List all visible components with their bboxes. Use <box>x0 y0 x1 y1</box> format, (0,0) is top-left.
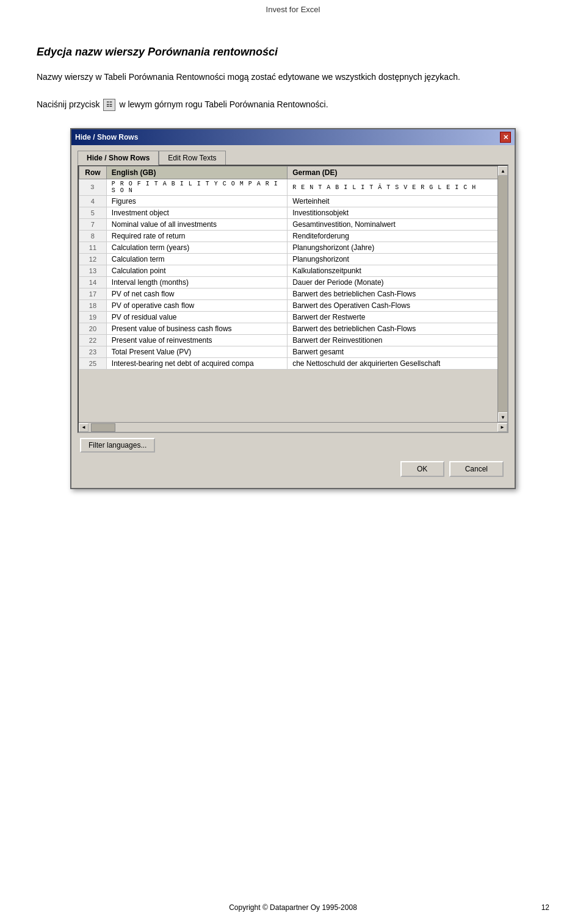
page-footer: Copyright © Datapartner Oy 1995-2008 <box>0 903 586 912</box>
row-number-cell: 8 <box>79 231 107 242</box>
table-body: 3P R O F I T A B I L I T Y C O M P A R I… <box>79 179 507 370</box>
scroll-right-button[interactable]: ► <box>497 423 507 432</box>
vertical-scrollbar[interactable]: ▲ ▼ <box>497 166 507 422</box>
rows-table: Row English (GB) German (DE) <box>79 166 507 370</box>
german-cell: Planungshorizont <box>288 254 507 265</box>
instruction-suffix: w lewym górnym rogu Tabeli Porównania Re… <box>119 98 328 111</box>
dialog-body: Hide / Show Rows Edit Row Texts Row <box>71 145 515 488</box>
english-cell: Figures <box>106 196 287 207</box>
row-number-cell: 3 <box>79 179 107 196</box>
english-cell: Required rate of return <box>106 231 287 242</box>
table-row[interactable]: 8Required rate of returnRenditeforderung <box>79 231 507 242</box>
table-row[interactable]: 18PV of operative cash flowBarwert des O… <box>79 300 507 312</box>
english-cell: Present value of business cash flows <box>106 323 287 335</box>
dialog-footer: OK Cancel <box>78 457 508 482</box>
table-row[interactable]: 5Investment objectInvestitionsobjekt <box>79 207 507 219</box>
table-row[interactable]: 12Calculation termPlanungshorizont <box>79 254 507 265</box>
row-number-cell: 25 <box>79 358 107 370</box>
english-cell: PV of net cash flow <box>106 288 287 300</box>
table-row[interactable]: 22Present value of reinvestmentsBarwert … <box>79 335 507 346</box>
table-row[interactable]: 20Present value of business cash flowsBa… <box>79 323 507 335</box>
row-number-cell: 18 <box>79 300 107 312</box>
ok-button[interactable]: OK <box>400 461 444 477</box>
scroll-track <box>498 176 507 412</box>
dialog-title: Hide / Show Rows <box>75 133 138 141</box>
english-cell: PV of operative cash flow <box>106 300 287 312</box>
table-row[interactable]: 25Interest-bearing net debt of acquired … <box>79 358 507 370</box>
table-scroll-wrapper: Row English (GB) German (DE) <box>79 166 507 422</box>
page-title: Invest for Excel <box>0 0 586 21</box>
german-cell: Barwert der Restwerte <box>288 312 507 323</box>
german-cell: Barwert des Operativen Cash-Flows <box>288 300 507 312</box>
english-cell: P R O F I T A B I L I T Y C O M P A R I … <box>106 179 287 196</box>
filter-area: Filter languages... <box>78 433 508 457</box>
col-row: Row <box>79 167 107 179</box>
table-row[interactable]: 14Interval length (months)Dauer der Peri… <box>79 277 507 288</box>
table-row[interactable]: 23Total Present Value (PV)Barwert gesamt <box>79 346 507 358</box>
col-german: German (DE) <box>288 167 507 179</box>
dialog-tabs: Hide / Show Rows Edit Row Texts <box>78 150 508 165</box>
col-english: English (GB) <box>106 167 287 179</box>
row-number-cell: 17 <box>79 288 107 300</box>
hide-show-rows-dialog: Hide / Show Rows ✕ Hide / Show Rows Edit… <box>70 128 516 489</box>
english-cell: Calculation term <box>106 254 287 265</box>
row-number-cell: 19 <box>79 312 107 323</box>
row-number-cell: 14 <box>79 277 107 288</box>
english-cell: Total Present Value (PV) <box>106 346 287 358</box>
german-cell: Barwert des betrieblichen Cash-Flows <box>288 323 507 335</box>
german-cell: Barwert gesamt <box>288 346 507 358</box>
german-cell: Gesamtinvestition, Nominalwert <box>288 219 507 231</box>
row-number-cell: 4 <box>79 196 107 207</box>
german-cell: Werteinheit <box>288 196 507 207</box>
english-cell: Calculation term (years) <box>106 242 287 254</box>
page-number: 12 <box>541 903 549 912</box>
inline-button-icon: ☷ <box>103 99 115 111</box>
table-header-row: Row English (GB) German (DE) <box>79 167 507 179</box>
scroll-thumb[interactable] <box>91 423 115 432</box>
cancel-button[interactable]: Cancel <box>449 461 504 477</box>
table-row[interactable]: 4FiguresWerteinheit <box>79 196 507 207</box>
table-row[interactable]: 3P R O F I T A B I L I T Y C O M P A R I… <box>79 179 507 196</box>
row-number-cell: 22 <box>79 335 107 346</box>
german-cell: Dauer der Periode (Monate) <box>288 277 507 288</box>
english-cell: Interval length (months) <box>106 277 287 288</box>
scroll-up-button[interactable]: ▲ <box>498 166 507 176</box>
row-number-cell: 5 <box>79 207 107 219</box>
german-cell: Kalkulationszeitpunkt <box>288 265 507 277</box>
copyright-text: Copyright © Datapartner Oy 1995-2008 <box>0 903 586 912</box>
german-cell: Barwert des betrieblichen Cash-Flows <box>288 288 507 300</box>
scroll-left-button[interactable]: ◄ <box>79 423 89 432</box>
filter-languages-button[interactable]: Filter languages... <box>80 438 155 453</box>
table-row[interactable]: 19PV of residual valueBarwert der Restwe… <box>79 312 507 323</box>
row-number-cell: 20 <box>79 323 107 335</box>
row-number-cell: 12 <box>79 254 107 265</box>
english-cell: Interest-bearing net debt of acquired co… <box>106 358 287 370</box>
german-cell: R E N T A B I L I T Ä T S V E R G L E I … <box>288 179 507 196</box>
tab-edit-row-texts[interactable]: Edit Row Texts <box>159 151 225 165</box>
english-cell: Calculation point <box>106 265 287 277</box>
row-number-cell: 7 <box>79 219 107 231</box>
german-cell: che Nettoschuld der akquirierten Gesells… <box>288 358 507 370</box>
horizontal-scrollbar[interactable]: ◄ ► <box>79 422 507 432</box>
english-cell: Investment object <box>106 207 287 219</box>
row-number-cell: 13 <box>79 265 107 277</box>
german-cell: Investitionsobjekt <box>288 207 507 219</box>
instruction-prefix: Naciśnij przycisk <box>37 98 99 111</box>
dialog-close-button[interactable]: ✕ <box>500 132 511 143</box>
instruction-container: Naciśnij przycisk ☷ w lewym górnym rogu … <box>37 98 549 111</box>
table-row[interactable]: 17PV of net cash flowBarwert des betrieb… <box>79 288 507 300</box>
row-number-cell: 23 <box>79 346 107 358</box>
german-cell: Planungshorizont (Jahre) <box>288 242 507 254</box>
table-row[interactable]: 13Calculation pointKalkulationszeitpunkt <box>79 265 507 277</box>
german-cell: Renditeforderung <box>288 231 507 242</box>
intro-text: Nazwy wierszy w Tabeli Porównania Rentow… <box>37 71 549 84</box>
scroll-down-button[interactable]: ▼ <box>498 412 507 422</box>
table-row[interactable]: 11Calculation term (years)Planungshorizo… <box>79 242 507 254</box>
section-heading: Edycja nazw wierszy Porównania rentownoś… <box>37 46 549 59</box>
german-cell: Barwert der Reinvestitionen <box>288 335 507 346</box>
dialog-titlebar: Hide / Show Rows ✕ <box>71 129 515 145</box>
english-cell: Nominal value of all investments <box>106 219 287 231</box>
table-row[interactable]: 7Nominal value of all investmentsGesamti… <box>79 219 507 231</box>
tab-hide-show-rows[interactable]: Hide / Show Rows <box>78 151 159 165</box>
english-cell: Present value of reinvestments <box>106 335 287 346</box>
